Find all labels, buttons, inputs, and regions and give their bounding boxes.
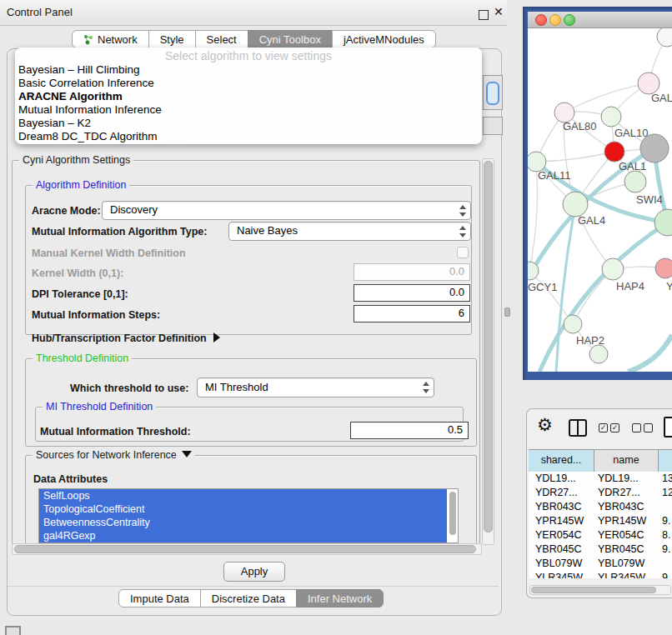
network-node-Y[interactable] xyxy=(655,258,672,278)
cyni-algorithm-settings-title: Cyni Algorithm Settings xyxy=(19,154,133,166)
network-edge[interactable] xyxy=(536,152,614,162)
algorithm-definition-title: Algorithm Definition xyxy=(33,179,129,191)
sources-title-text: Sources for Network Inference xyxy=(36,449,177,461)
table-row[interactable]: YBL079WYBL079W xyxy=(529,557,672,571)
table-row[interactable]: YBR043CYBR043C xyxy=(529,500,672,514)
network-node-n-bottom[interactable] xyxy=(589,345,608,363)
network-edge[interactable] xyxy=(628,335,672,372)
tab-infer-network[interactable]: Infer Network xyxy=(296,589,384,608)
apply-button[interactable]: Apply xyxy=(223,562,285,582)
horizontal-scrollbar-thumb[interactable] xyxy=(14,545,476,553)
data-attributes-label: Data Attributes xyxy=(33,473,108,485)
tab-infer-network-label: Infer Network xyxy=(308,590,372,608)
column-header-name[interactable]: name xyxy=(594,450,659,472)
settings-horizontal-scrollbar[interactable] xyxy=(12,543,482,555)
column-header-partial[interactable] xyxy=(659,450,672,472)
network-node-label: SWI4 xyxy=(636,193,663,206)
tab-select[interactable]: Select xyxy=(195,30,248,48)
manual-kernel-checkbox[interactable] xyxy=(457,247,469,258)
network-node-n-corner[interactable] xyxy=(657,28,672,47)
algorithm-option[interactable]: Bayesian – Hill Climbing xyxy=(15,63,482,77)
settings-vertical-scrollbar[interactable] xyxy=(482,158,494,545)
separator xyxy=(8,586,499,587)
network-canvas[interactable]: GALGAL80GAL10GAL1GAL11SWI4GAL4GCY1HAP4YH… xyxy=(528,28,672,372)
network-node-GAL1[interactable] xyxy=(604,142,624,162)
attribute-item[interactable]: SelfLoops xyxy=(39,489,447,502)
vertical-scrollbar-thumb[interactable] xyxy=(484,161,493,532)
algorithm-option[interactable]: Basic Correlation Inference xyxy=(15,77,482,90)
table-horizontal-scrollbar[interactable] xyxy=(529,585,671,595)
list-scrollbar-thumb[interactable] xyxy=(449,492,456,535)
table-row[interactable]: YER054CYER054C8. xyxy=(529,528,672,542)
table-body: YDL19...YDL19...13YDR27...YDR27...12YBR0… xyxy=(529,472,672,578)
zoom-traffic-light-icon[interactable] xyxy=(564,14,575,26)
column-header-shared-name[interactable]: shared... xyxy=(529,450,594,472)
network-edge[interactable] xyxy=(529,162,537,271)
checked-checkbox-icon[interactable]: ✓ xyxy=(599,423,608,432)
sources-group-title[interactable]: Sources for Network Inference xyxy=(33,449,195,461)
network-edge[interactable] xyxy=(529,271,573,324)
minimize-traffic-light-icon[interactable] xyxy=(549,14,561,26)
tab-jactivemnodules[interactable]: jActiveMNodules xyxy=(332,30,436,48)
algorithm-option[interactable]: ARACNE Algorithm xyxy=(15,90,482,103)
table-panel-window: ⚙ ✓ ✓ shared... name YDL19...YDL19...13Y… xyxy=(526,408,672,598)
unchecked-checkbox-icon[interactable] xyxy=(644,423,653,432)
data-attributes-list[interactable]: SelfLoopsTopologicalCoefficientBetweenne… xyxy=(38,488,459,543)
close-traffic-light-icon[interactable] xyxy=(535,14,547,26)
table-row[interactable]: YLR345WYLR345W9. xyxy=(529,571,672,578)
mi-threshold-label: Mutual Information Threshold: xyxy=(40,426,191,438)
split-columns-icon[interactable] xyxy=(569,419,587,437)
unchecked-checkbox-icon[interactable] xyxy=(632,423,641,432)
dpi-tolerance-label: DPI Tolerance [0,1]: xyxy=(32,288,128,300)
network-node-label: GAL10 xyxy=(614,127,648,139)
algorithm-option[interactable]: Dream8 DC_TDC Algorithm xyxy=(15,130,482,143)
table-row[interactable]: YBR045CYBR045C9. xyxy=(529,542,672,557)
gear-icon[interactable]: ⚙ xyxy=(537,415,553,435)
attribute-item[interactable]: gal4RGexp xyxy=(39,529,447,542)
algorithm-option[interactable]: Bayesian – K2 xyxy=(15,117,482,130)
panel-splitter-handle[interactable] xyxy=(504,308,510,317)
document-icon[interactable] xyxy=(664,417,672,438)
network-node-GAL10[interactable] xyxy=(601,107,621,127)
attribute-item[interactable]: TopologicalCoefficient xyxy=(39,502,447,516)
table-row[interactable]: YPR145WYPR145W9. xyxy=(529,514,672,528)
tab-discretize-data[interactable]: Discretize Data xyxy=(200,589,297,608)
network-node-label: GAL1 xyxy=(619,160,646,172)
table-toolbar: ⚙ ✓ ✓ xyxy=(527,409,672,448)
dpi-tolerance-field[interactable]: 0.0 xyxy=(354,284,470,302)
tab-impute-data[interactable]: Impute Data xyxy=(118,589,201,608)
table-cell: 9. xyxy=(658,542,672,557)
network-window-titlebar[interactable] xyxy=(528,12,672,28)
tab-cyni-toolbox-label: Cyni Toolbox xyxy=(259,31,321,48)
network-node-HAP2[interactable] xyxy=(564,315,582,333)
checked-checkbox-icon[interactable]: ✓ xyxy=(610,423,619,432)
network-node-label: GAL4 xyxy=(578,214,605,227)
table-row[interactable]: YDL19...YDL19...13 xyxy=(529,472,672,486)
minimized-panel-icon[interactable] xyxy=(5,626,21,635)
tab-style[interactable]: Style xyxy=(148,30,196,48)
tab-network[interactable]: Network xyxy=(72,30,149,48)
network-node-GAL4[interactable] xyxy=(563,192,588,217)
tab-jactivemnodules-label: jActiveMNodules xyxy=(344,31,424,48)
table-cell: YPR145W xyxy=(529,514,594,528)
float-window-icon[interactable] xyxy=(479,10,489,20)
aracne-mode-combobox[interactable]: Discovery xyxy=(102,201,471,220)
table-cell: YER054C xyxy=(529,528,594,542)
network-node-label: GAL80 xyxy=(563,120,596,132)
close-icon[interactable]: ✕ xyxy=(494,5,504,18)
which-threshold-combobox[interactable]: MI Threshold xyxy=(197,378,434,398)
table-cell: YDL19... xyxy=(529,472,594,486)
algorithm-option[interactable]: Mutual Information Inference xyxy=(15,103,482,117)
network-node-SWI4[interactable] xyxy=(624,171,646,192)
mi-type-combobox[interactable]: Naive Bayes xyxy=(228,222,471,241)
hub-definition-expander[interactable]: Hub/Transcription Factor Definition xyxy=(32,332,220,344)
mi-steps-field[interactable]: 6 xyxy=(354,305,470,322)
table-row[interactable]: YDR27...YDR27...12 xyxy=(529,486,672,500)
tab-cyni-toolbox[interactable]: Cyni Toolbox xyxy=(248,30,333,48)
control-panel-tabs: Network Style Select Cyni Toolbox jActiv… xyxy=(72,30,436,48)
attribute-item[interactable]: BetweennessCentrality xyxy=(39,516,447,529)
mi-threshold-field[interactable]: 0.5 xyxy=(350,422,469,439)
kernel-width-field[interactable]: 0.0 xyxy=(354,263,470,281)
table-scrollbar-thumb[interactable] xyxy=(531,587,656,593)
network-node-HAP4[interactable] xyxy=(602,258,624,280)
